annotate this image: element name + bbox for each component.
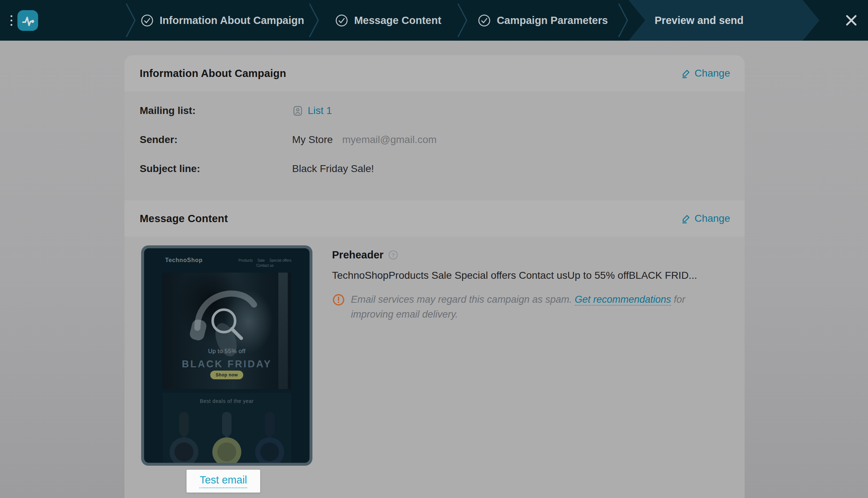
message-body: TechnoShop Products Sale Special offers … [124, 237, 745, 498]
email-deals-section: Best deals of the year [163, 393, 291, 463]
preheader-row: Preheader ? [332, 249, 745, 261]
change-message-link[interactable]: Change [681, 213, 730, 224]
info-section-header: Information About Campaign Change [124, 55, 745, 91]
pencil-icon [681, 214, 691, 224]
wizard-steps: Information About Campaign Message Conte… [125, 0, 819, 41]
change-info-link[interactable]: Change [681, 68, 730, 79]
mailing-list-row: Mailing list: List 1 [140, 96, 729, 125]
wizard-header: Information About Campaign Message Conte… [0, 0, 868, 41]
campaign-summary-card: Information About Campaign Change Mailin… [124, 55, 745, 498]
info-rows: Mailing list: List 1 Sender: My Store my… [124, 91, 745, 200]
row-label: Mailing list: [140, 105, 292, 117]
header-spacer [38, 0, 125, 41]
spam-warning-text: Email services may regard this campaign … [351, 292, 721, 322]
pulse-icon [21, 13, 35, 28]
contact-card-icon [292, 105, 303, 117]
check-circle-icon [140, 14, 154, 27]
change-label: Change [695, 213, 730, 224]
app-menu-button[interactable] [5, 0, 17, 41]
step-divider [457, 0, 468, 41]
step-label: Information About Campaign [160, 15, 304, 26]
email-nav-item: Special offers [270, 258, 291, 262]
email-nav-item: Contact us [256, 264, 274, 268]
help-icon[interactable]: ? [388, 250, 398, 260]
pencil-icon [681, 69, 691, 78]
test-email-label: Test email [200, 474, 247, 488]
email-nav-item: Products [238, 258, 253, 262]
sender-name: My Store [292, 134, 333, 146]
warning-text-before: Email services may regard this campaign … [351, 294, 575, 305]
email-headline: BLACK FRIDAY [163, 359, 291, 370]
mailing-list-name: List 1 [308, 105, 332, 117]
step-information-about-campaign[interactable]: Information About Campaign [136, 0, 308, 41]
email-header: TechnoShop Products Sale Special offers … [144, 248, 310, 268]
kebab-dot [11, 20, 12, 21]
sender-email: myemail@gmail.com [342, 134, 437, 146]
close-button[interactable] [843, 12, 860, 29]
check-circle-icon [478, 14, 491, 27]
step-divider [618, 0, 629, 41]
sender-row: Sender: My Store myemail@gmail.com [140, 125, 729, 154]
row-label: Subject line: [140, 163, 292, 175]
change-label: Change [695, 68, 730, 79]
headphone-image [169, 412, 199, 463]
mailing-list-link[interactable]: List 1 [292, 105, 332, 117]
subject-value: Black Friday Sale! [292, 163, 374, 175]
svg-text:?: ? [392, 252, 395, 258]
preheader-text: TechnoShopProducts Sale Special offers C… [332, 270, 745, 281]
email-shop-now-button: Shop now [210, 371, 243, 379]
step-divider [308, 0, 319, 41]
kebab-dot [11, 15, 12, 17]
email-brand: TechnoShop [165, 257, 203, 264]
email-deals-title: Best deals of the year [200, 398, 254, 404]
message-section-title: Message Content [140, 213, 228, 225]
headphone-image [255, 412, 284, 463]
preheader-label: Preheader [332, 249, 384, 261]
info-section-title: Information About Campaign [140, 68, 286, 79]
email-preview: TechnoShop Products Sale Special offers … [144, 248, 310, 463]
app-logo[interactable] [17, 10, 38, 31]
campaign-wizard-screen: Information About Campaign Message Conte… [0, 0, 868, 498]
close-icon [844, 13, 859, 28]
step-label: Preview and send [655, 15, 744, 26]
subject-row: Subject line: Black Friday Sale! [140, 154, 729, 183]
email-nav-item: Sale [258, 258, 265, 262]
message-details: Preheader ? TechnoShopProducts Sale Spec… [332, 237, 745, 322]
email-products-row [169, 412, 284, 463]
step-preview-and-send[interactable]: Preview and send [629, 0, 819, 41]
email-preview-thumbnail[interactable]: TechnoShop Products Sale Special offers … [141, 245, 312, 466]
test-email-button[interactable]: Test email [187, 470, 260, 493]
step-divider [125, 0, 136, 41]
step-campaign-parameters[interactable]: Campaign Parameters [468, 0, 618, 41]
magnifier-icon [209, 306, 245, 342]
kebab-dot [11, 24, 12, 26]
row-label: Sender: [140, 134, 292, 146]
message-section-header: Message Content Change [124, 200, 745, 237]
email-hero-image: Up to 55% off BLACK FRIDAY Shop now [163, 273, 291, 389]
headphone-image [212, 412, 242, 463]
step-message-content[interactable]: Message Content [319, 0, 457, 41]
step-label: Message Content [354, 15, 441, 26]
email-nav: Products Sale Special offers Contact us [238, 257, 291, 268]
check-circle-icon [335, 14, 348, 27]
spam-warning: Email services may regard this campaign … [332, 292, 745, 322]
alert-circle-icon [332, 293, 345, 306]
email-promo-text: Up to 55% off [163, 348, 291, 355]
get-recommendations-link[interactable]: Get recommendations [575, 294, 671, 306]
step-label: Campaign Parameters [497, 15, 608, 26]
